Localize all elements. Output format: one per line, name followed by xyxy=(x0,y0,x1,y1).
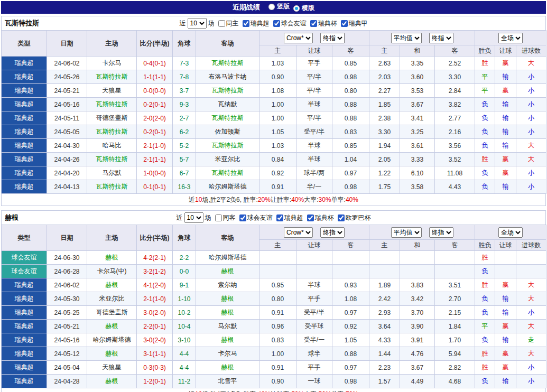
away-team[interactable]: 米亚尔比 xyxy=(196,153,259,166)
odds-value xyxy=(369,251,400,265)
recent-count-select[interactable]: 10 xyxy=(184,212,203,223)
away-team[interactable]: 北雪平 xyxy=(196,375,259,388)
home-team[interactable]: 哈马比 xyxy=(87,139,137,153)
away-team[interactable]: 索尔纳 xyxy=(196,278,259,292)
match-result: 负 xyxy=(475,111,495,125)
odds-source-select[interactable]: 终指 xyxy=(429,33,453,43)
same-venue-checkbox[interactable] xyxy=(218,20,225,27)
away-team[interactable]: 瓦斯特拉斯 xyxy=(196,166,259,180)
league-filter[interactable]: 瑞典杯 xyxy=(305,213,334,222)
home-team[interactable]: 瓦斯特拉斯 xyxy=(87,70,137,84)
away-team[interactable]: 卡尔马 xyxy=(196,347,259,361)
away-team[interactable]: 瓦纳默 xyxy=(196,98,259,111)
home-team[interactable]: 天狼星 xyxy=(87,361,137,375)
home-team[interactable]: 卡尔马 xyxy=(87,57,137,70)
home-team[interactable]: 赫根 xyxy=(87,251,137,265)
score[interactable]: 2-1(1-1) xyxy=(137,153,173,166)
home-team[interactable]: 哈尔姆斯塔德 xyxy=(87,333,137,347)
home-team[interactable]: 米亚尔比 xyxy=(87,292,137,306)
away-team[interactable]: 赫根 xyxy=(196,333,259,347)
odds-source-select[interactable]: 平均值 xyxy=(391,227,422,238)
league-filter[interactable]: 瑞典甲 xyxy=(339,19,368,28)
away-team[interactable]: 佐加顿斯 xyxy=(196,125,259,139)
odds-source-select[interactable]: 终指 xyxy=(320,33,345,43)
home-team[interactable]: 赫根 xyxy=(87,375,137,388)
away-team[interactable]: 瓦斯特拉斯 xyxy=(196,57,259,70)
home-team[interactable]: 瓦斯特拉斯 xyxy=(87,98,137,111)
league-checkbox[interactable] xyxy=(341,20,348,27)
odds-source-select[interactable]: Crow* xyxy=(284,227,313,238)
away-team[interactable]: 瓦斯特拉斯 xyxy=(196,139,259,153)
same-venue-filter[interactable]: 同主 xyxy=(216,19,239,28)
score[interactable]: 0-4(0-1) xyxy=(137,57,173,70)
away-team[interactable]: 瓦斯特拉斯 xyxy=(196,111,259,125)
away-team[interactable]: 哈尔姆斯塔德 xyxy=(196,251,259,265)
same-venue-filter[interactable]: 同客 xyxy=(213,213,236,222)
same-venue-checkbox[interactable] xyxy=(215,214,222,221)
score[interactable]: 2-1(1-0) xyxy=(137,139,173,153)
goals-result: 大 xyxy=(516,292,546,306)
league-checkbox[interactable] xyxy=(276,214,283,221)
away-team[interactable]: 赫根 xyxy=(196,361,259,375)
odds-source-select[interactable]: 平均值 xyxy=(391,33,422,43)
home-team[interactable]: 马尔默 xyxy=(87,166,137,180)
home-team[interactable]: 瓦斯特拉斯 xyxy=(87,125,137,139)
radio-horizontal-layout[interactable]: 横版 xyxy=(293,4,314,13)
score[interactable]: 3-1(1-1) xyxy=(137,347,173,361)
away-team[interactable]: 布洛马波卡纳 xyxy=(196,70,259,84)
league-filter[interactable]: 瑞典超 xyxy=(240,19,270,28)
radio-vertical-layout[interactable]: 竖版 xyxy=(268,2,290,11)
away-team[interactable]: 赫根 xyxy=(196,265,259,278)
home-team[interactable]: 卡尔马(中) xyxy=(87,265,137,278)
home-team[interactable]: 哥德堡盖斯 xyxy=(87,306,137,320)
score[interactable]: 0-1(0-1) xyxy=(137,180,173,194)
home-team[interactable]: 赫根 xyxy=(87,278,137,292)
odds-source-select[interactable]: 终指 xyxy=(429,227,453,238)
score[interactable]: 4-1(2-0) xyxy=(137,278,173,292)
same-venue-label: 同主 xyxy=(226,19,239,28)
league-checkbox[interactable] xyxy=(307,214,314,221)
odds-source-select[interactable]: Crow* xyxy=(284,33,313,43)
home-team[interactable]: 哥德堡盖斯 xyxy=(87,111,137,125)
score[interactable]: 2-0(2-0) xyxy=(137,111,173,125)
odds-source-select[interactable]: 全场 xyxy=(498,227,523,238)
away-team[interactable]: 赫根 xyxy=(196,292,259,306)
score[interactable]: 0-2(0-1) xyxy=(137,125,173,139)
league-checkbox[interactable] xyxy=(338,214,345,221)
league-filter[interactable]: 瑞典超 xyxy=(274,213,303,222)
league-filter[interactable]: 瑞典杯 xyxy=(308,19,337,28)
score[interactable]: 4-2(2-1) xyxy=(137,251,173,265)
recent-count-select[interactable]: 10 xyxy=(188,18,207,29)
score[interactable]: 0-3(0-3) xyxy=(137,361,173,375)
away-team[interactable]: 瓦斯特拉斯 xyxy=(196,84,259,98)
away-team[interactable]: 马尔默 xyxy=(196,320,259,333)
home-team[interactable]: 瓦斯特拉斯 xyxy=(87,153,137,166)
home-team[interactable]: 赫根 xyxy=(87,320,137,333)
score[interactable]: 0-2(0-1) xyxy=(137,98,173,111)
league-checkbox[interactable] xyxy=(273,20,280,27)
home-team[interactable]: 天狼星 xyxy=(87,84,137,98)
score[interactable]: 0-0(0-0) xyxy=(137,84,173,98)
home-team[interactable]: 瓦斯特拉斯 xyxy=(87,180,137,194)
odds-source-select[interactable]: 全场 xyxy=(498,33,523,43)
score[interactable]: 1-1(1-1) xyxy=(137,70,173,84)
score[interactable]: 3-2(1-2) xyxy=(137,265,173,278)
odds-value: 2.82 xyxy=(435,361,475,375)
league-filter[interactable]: 欧罗巴杯 xyxy=(336,213,371,222)
league-filter[interactable]: 球会友谊 xyxy=(271,19,307,28)
score[interactable]: 3-0(2-0) xyxy=(137,333,173,347)
score[interactable]: 2-1(1-0) xyxy=(137,292,173,306)
league-filter[interactable]: 球会友谊 xyxy=(237,213,273,222)
filter-bar: 赫根近10场同客球会友谊瑞典超瑞典杯欧罗巴杯 xyxy=(1,210,546,225)
score[interactable]: 1-0(0-0) xyxy=(137,166,173,180)
home-team[interactable]: 赫根 xyxy=(87,347,137,361)
league-checkbox[interactable] xyxy=(243,20,249,27)
league-checkbox[interactable] xyxy=(310,20,317,27)
away-team[interactable]: 赫根 xyxy=(196,306,259,320)
odds-source-select[interactable]: 终指 xyxy=(320,227,345,238)
score[interactable]: 1-2(0-1) xyxy=(137,375,173,388)
score[interactable]: 3-0(2-0) xyxy=(137,306,173,320)
score[interactable]: 2-2(0-1) xyxy=(137,320,173,333)
away-team[interactable]: 哈尔姆斯塔德 xyxy=(196,180,259,194)
league-checkbox[interactable] xyxy=(239,214,246,221)
